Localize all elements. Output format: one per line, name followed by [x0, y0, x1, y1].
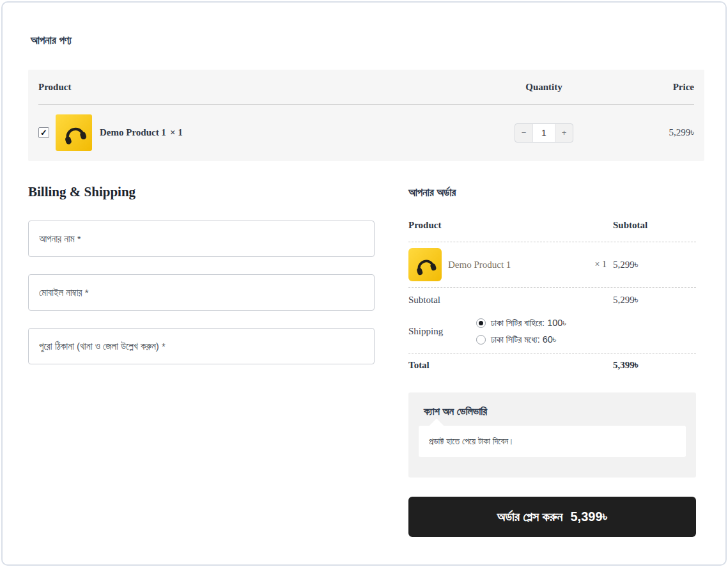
- cart-item-qty-suffix: × 1: [170, 127, 183, 138]
- order-item-image: [408, 248, 442, 281]
- cart-header-product: Product: [38, 82, 490, 93]
- mobile-number-field[interactable]: [28, 274, 375, 311]
- order-header-subtotal: Subtotal: [607, 220, 696, 231]
- cart-item-price: 5,299৳: [598, 127, 694, 138]
- order-item-subtotal: 5,299৳: [607, 260, 696, 270]
- radio-selected-icon[interactable]: [476, 318, 486, 328]
- payment-method-box: ক্যাশ অন ডেলিভারি প্রডাক্ট হাতে পেয়ে টা…: [408, 392, 696, 478]
- shipping-row: Shipping ঢাকা সিটির বাহিরে: 100৳ ঢাকা সি…: [408, 313, 696, 353]
- total-value: 5,399৳: [607, 360, 696, 371]
- shipping-option-label: ঢাকা সিটির বাহিরে: 100৳: [491, 318, 566, 329]
- subtotal-row: Subtotal 5,299৳: [408, 288, 696, 313]
- payment-method-description: প্রডাক্ট হাতে পেয়ে টাকা দিবেন।: [419, 426, 686, 457]
- place-order-button[interactable]: অর্ডার প্লেস করুন 5,399৳: [408, 497, 696, 537]
- total-row: Total 5,399৳: [408, 353, 696, 380]
- order-table-header: Product Subtotal: [408, 220, 696, 242]
- quantity-decrease-button[interactable]: −: [515, 124, 532, 142]
- billing-shipping-heading: Billing & Shipping: [28, 184, 136, 200]
- order-summary-table: Product Subtotal Demo Product 1 × 1 5,: [408, 220, 696, 380]
- order-item-qty: × 1: [584, 260, 607, 270]
- radio-unselected-icon[interactable]: [476, 335, 486, 345]
- product-image: [56, 114, 92, 151]
- order-item-row: Demo Product 1 × 1 5,299৳: [408, 242, 696, 288]
- checkout-page: আপনার পণ্য Product Quantity Price ✓: [1, 1, 727, 566]
- cart-table: Product Quantity Price ✓: [28, 70, 704, 161]
- order-section-heading: আপনার অর্ডার: [408, 187, 456, 199]
- headphones-icon: [412, 251, 438, 278]
- shipping-option-inside-dhaka[interactable]: ঢাকা সিটির মধ্যে: 60৳: [476, 334, 696, 345]
- order-item-name: Demo Product 1: [448, 260, 511, 270]
- cart-item-row: ✓ Demo Product 1 × 1 −: [38, 105, 694, 160]
- shipping-label: Shipping: [408, 326, 476, 337]
- place-order-amount: 5,399৳: [570, 509, 607, 524]
- total-label: Total: [408, 360, 476, 371]
- place-order-label: অর্ডার প্লেস করুন: [497, 509, 563, 524]
- cart-header-quantity: Quantity: [490, 82, 598, 93]
- products-section-heading: আপনার পণ্য: [31, 35, 72, 47]
- check-icon: ✓: [40, 128, 47, 137]
- subtotal-value: 5,299৳: [607, 295, 696, 306]
- name-field[interactable]: [28, 221, 375, 257]
- payment-method-title: ক্যাশ অন ডেলিভারি: [419, 405, 686, 417]
- quantity-stepper: − +: [515, 123, 573, 143]
- address-field[interactable]: [28, 328, 375, 364]
- order-header-product: Product: [408, 220, 607, 231]
- cart-item-name: Demo Product 1: [100, 127, 166, 138]
- quantity-increase-button[interactable]: +: [555, 124, 573, 142]
- shipping-option-outside-dhaka[interactable]: ঢাকা সিটির বাহিরে: 100৳: [476, 318, 696, 329]
- cart-header-price: Price: [598, 82, 694, 93]
- quantity-input[interactable]: [532, 124, 555, 142]
- shipping-option-label: ঢাকা সিটির মধ্যে: 60৳: [491, 334, 556, 345]
- headphones-icon: [59, 118, 89, 148]
- product-select-checkbox[interactable]: ✓: [38, 127, 49, 138]
- subtotal-label: Subtotal: [408, 295, 607, 306]
- cart-table-header: Product Quantity Price: [38, 70, 694, 105]
